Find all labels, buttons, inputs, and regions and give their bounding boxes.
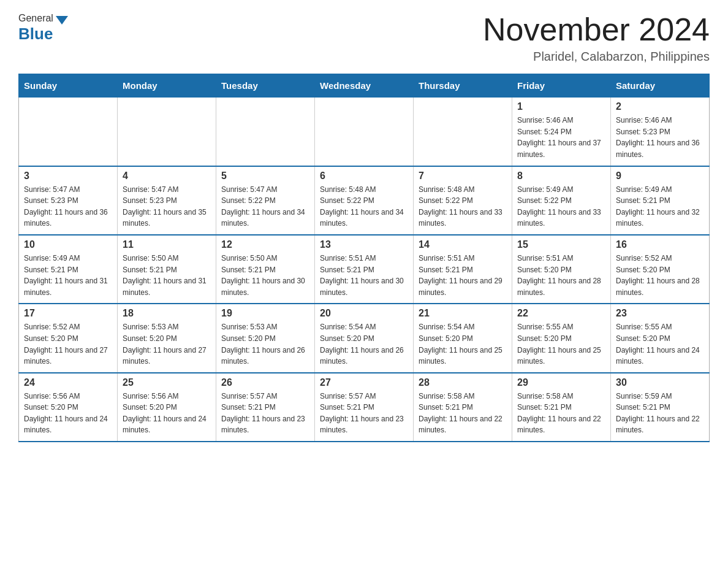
page-wrapper: General Blue November 2024 Plaridel, Cal…	[0, 0, 728, 461]
calendar-cell: 23Sunrise: 5:55 AMSunset: 5:20 PMDayligh…	[611, 304, 710, 372]
day-number: 23	[616, 308, 704, 319]
day-number: 28	[419, 377, 507, 388]
calendar-cell: 1Sunrise: 5:46 AMSunset: 5:24 PMDaylight…	[512, 98, 611, 166]
calendar-cell: 26Sunrise: 5:57 AMSunset: 5:21 PMDayligh…	[216, 373, 315, 442]
calendar-cell: 15Sunrise: 5:51 AMSunset: 5:20 PMDayligh…	[512, 235, 611, 304]
day-number: 21	[419, 308, 507, 319]
calendar-cell: 9Sunrise: 5:49 AMSunset: 5:21 PMDaylight…	[611, 166, 710, 235]
calendar-cell: 2Sunrise: 5:46 AMSunset: 5:23 PMDaylight…	[611, 98, 710, 166]
calendar-cell: 30Sunrise: 5:59 AMSunset: 5:21 PMDayligh…	[611, 373, 710, 442]
day-number: 11	[123, 239, 211, 250]
logo-line1: General	[18, 12, 68, 25]
calendar-table: Sunday Monday Tuesday Wednesday Thursday…	[18, 74, 710, 442]
day-number: 25	[123, 377, 211, 388]
calendar-cell: 24Sunrise: 5:56 AMSunset: 5:20 PMDayligh…	[19, 373, 118, 442]
day-number: 29	[517, 377, 605, 388]
day-info: Sunrise: 5:53 AMSunset: 5:20 PMDaylight:…	[123, 321, 211, 367]
calendar-cell: 8Sunrise: 5:49 AMSunset: 5:22 PMDaylight…	[512, 166, 611, 235]
calendar-cell: 6Sunrise: 5:48 AMSunset: 5:22 PMDaylight…	[315, 166, 414, 235]
calendar-cell	[315, 98, 414, 166]
calendar-cell: 20Sunrise: 5:54 AMSunset: 5:20 PMDayligh…	[315, 304, 414, 372]
day-number: 16	[616, 239, 704, 250]
calendar-cell: 14Sunrise: 5:51 AMSunset: 5:21 PMDayligh…	[414, 235, 512, 304]
day-info: Sunrise: 5:51 AMSunset: 5:21 PMDaylight:…	[419, 253, 507, 298]
calendar-cell: 11Sunrise: 5:50 AMSunset: 5:21 PMDayligh…	[118, 235, 216, 304]
calendar-cell	[19, 98, 118, 166]
header-thursday: Thursday	[414, 74, 512, 98]
day-info: Sunrise: 5:49 AMSunset: 5:21 PMDaylight:…	[616, 184, 704, 229]
calendar-cell: 29Sunrise: 5:58 AMSunset: 5:21 PMDayligh…	[512, 373, 611, 442]
day-number: 9	[616, 170, 704, 182]
day-info: Sunrise: 5:48 AMSunset: 5:22 PMDaylight:…	[419, 184, 507, 229]
day-number: 6	[320, 170, 408, 182]
calendar-cell: 19Sunrise: 5:53 AMSunset: 5:20 PMDayligh…	[216, 304, 315, 372]
calendar-header: Sunday Monday Tuesday Wednesday Thursday…	[19, 74, 710, 98]
logo-general-text: General	[18, 13, 53, 24]
day-number: 18	[123, 308, 211, 319]
day-number: 8	[517, 170, 605, 182]
header-tuesday: Tuesday	[216, 74, 315, 98]
day-info: Sunrise: 5:55 AMSunset: 5:20 PMDaylight:…	[616, 321, 704, 367]
logo-area: General Blue	[18, 12, 68, 44]
header-monday: Monday	[118, 74, 216, 98]
calendar-cell	[216, 98, 315, 166]
day-number: 5	[221, 170, 309, 182]
day-number: 22	[517, 308, 605, 319]
day-info: Sunrise: 5:46 AMSunset: 5:23 PMDaylight:…	[616, 115, 704, 160]
day-info: Sunrise: 5:56 AMSunset: 5:20 PMDaylight:…	[24, 391, 112, 436]
day-number: 27	[320, 377, 408, 388]
day-info: Sunrise: 5:58 AMSunset: 5:21 PMDaylight:…	[419, 391, 507, 436]
calendar-cell: 18Sunrise: 5:53 AMSunset: 5:20 PMDayligh…	[118, 304, 216, 372]
calendar-cell: 4Sunrise: 5:47 AMSunset: 5:23 PMDaylight…	[118, 166, 216, 235]
header-row: General Blue November 2024 Plaridel, Cal…	[18, 12, 710, 64]
calendar-cell: 5Sunrise: 5:47 AMSunset: 5:22 PMDaylight…	[216, 166, 315, 235]
day-info: Sunrise: 5:57 AMSunset: 5:21 PMDaylight:…	[221, 391, 309, 436]
calendar-cell: 21Sunrise: 5:54 AMSunset: 5:20 PMDayligh…	[414, 304, 512, 372]
day-info: Sunrise: 5:54 AMSunset: 5:20 PMDaylight:…	[419, 321, 507, 367]
calendar-cell	[118, 98, 216, 166]
calendar-cell: 27Sunrise: 5:57 AMSunset: 5:21 PMDayligh…	[315, 373, 414, 442]
day-number: 4	[123, 170, 211, 182]
day-number: 3	[24, 170, 112, 182]
day-info: Sunrise: 5:52 AMSunset: 5:20 PMDaylight:…	[616, 253, 704, 298]
logo-blue-text: Blue	[18, 25, 53, 43]
day-number: 2	[616, 101, 704, 112]
day-info: Sunrise: 5:51 AMSunset: 5:20 PMDaylight:…	[517, 253, 605, 298]
calendar-week-row: 10Sunrise: 5:49 AMSunset: 5:21 PMDayligh…	[19, 235, 710, 304]
logo-arrow-icon	[56, 16, 68, 25]
day-info: Sunrise: 5:49 AMSunset: 5:22 PMDaylight:…	[517, 184, 605, 229]
day-info: Sunrise: 5:47 AMSunset: 5:23 PMDaylight:…	[24, 184, 112, 229]
calendar-cell: 7Sunrise: 5:48 AMSunset: 5:22 PMDaylight…	[414, 166, 512, 235]
calendar-week-row: 1Sunrise: 5:46 AMSunset: 5:24 PMDaylight…	[19, 98, 710, 166]
header-friday: Friday	[512, 74, 611, 98]
day-number: 26	[221, 377, 309, 388]
day-info: Sunrise: 5:49 AMSunset: 5:21 PMDaylight:…	[24, 253, 112, 298]
calendar-week-row: 24Sunrise: 5:56 AMSunset: 5:20 PMDayligh…	[19, 373, 710, 442]
day-number: 10	[24, 239, 112, 250]
day-info: Sunrise: 5:53 AMSunset: 5:20 PMDaylight:…	[221, 321, 309, 367]
day-info: Sunrise: 5:56 AMSunset: 5:20 PMDaylight:…	[123, 391, 211, 436]
day-number: 24	[24, 377, 112, 388]
header-sunday: Sunday	[19, 74, 118, 98]
day-info: Sunrise: 5:54 AMSunset: 5:20 PMDaylight:…	[320, 321, 408, 367]
calendar-cell: 10Sunrise: 5:49 AMSunset: 5:21 PMDayligh…	[19, 235, 118, 304]
day-info: Sunrise: 5:51 AMSunset: 5:21 PMDaylight:…	[320, 253, 408, 298]
day-number: 12	[221, 239, 309, 250]
day-number: 17	[24, 308, 112, 319]
calendar-cell: 17Sunrise: 5:52 AMSunset: 5:20 PMDayligh…	[19, 304, 118, 372]
calendar-cell: 12Sunrise: 5:50 AMSunset: 5:21 PMDayligh…	[216, 235, 315, 304]
day-info: Sunrise: 5:57 AMSunset: 5:21 PMDaylight:…	[320, 391, 408, 436]
day-number: 7	[419, 170, 507, 182]
day-number: 15	[517, 239, 605, 250]
logo-line2: Blue	[18, 25, 53, 44]
calendar-body: 1Sunrise: 5:46 AMSunset: 5:24 PMDaylight…	[19, 98, 710, 442]
weekday-header-row: Sunday Monday Tuesday Wednesday Thursday…	[19, 74, 710, 98]
calendar-week-row: 3Sunrise: 5:47 AMSunset: 5:23 PMDaylight…	[19, 166, 710, 235]
calendar-cell: 22Sunrise: 5:55 AMSunset: 5:20 PMDayligh…	[512, 304, 611, 372]
day-info: Sunrise: 5:52 AMSunset: 5:20 PMDaylight:…	[24, 321, 112, 367]
day-info: Sunrise: 5:47 AMSunset: 5:22 PMDaylight:…	[221, 184, 309, 229]
day-info: Sunrise: 5:50 AMSunset: 5:21 PMDaylight:…	[123, 253, 211, 298]
day-info: Sunrise: 5:47 AMSunset: 5:23 PMDaylight:…	[123, 184, 211, 229]
calendar-cell: 28Sunrise: 5:58 AMSunset: 5:21 PMDayligh…	[414, 373, 512, 442]
header-saturday: Saturday	[611, 74, 710, 98]
